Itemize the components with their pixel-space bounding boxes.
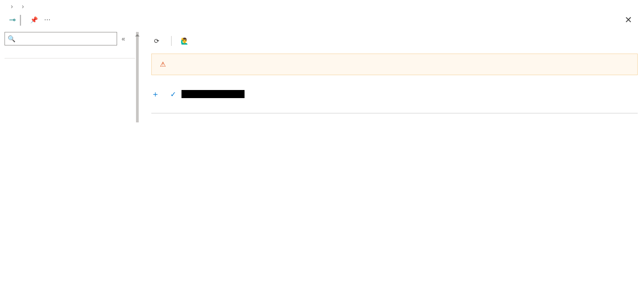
app-icon: ⊸ <box>5 15 19 25</box>
toolbar-separator <box>171 36 172 46</box>
search-icon: 🔍 <box>8 35 15 42</box>
check-icon: ✓ <box>170 90 176 99</box>
sidebar-section-manage <box>5 53 135 58</box>
more-icon[interactable]: ⋯ <box>44 16 50 23</box>
page-header: ⊸ 📌 ⋯ ✕ <box>0 10 644 32</box>
collapse-sidebar-icon[interactable]: « <box>122 35 129 42</box>
feedback-icon: 🙋‍♂️ <box>181 37 188 45</box>
col-desc <box>320 104 440 113</box>
breadcrumb-appreg[interactable] <box>7 3 17 10</box>
permissions-table <box>151 104 638 113</box>
breadcrumb-app[interactable] <box>18 3 28 10</box>
grant-consent-button[interactable]: ✓ <box>170 90 245 99</box>
redacted-tenant <box>181 90 245 98</box>
toolbar: ⟳ 🙋‍♂️ <box>151 33 638 49</box>
sidebar: 🔍 « <box>0 32 135 122</box>
add-permission-button[interactable]: ＋ <box>151 89 162 99</box>
main-content: ⟳ 🙋‍♂️ ⚠ ＋ ✓ <box>140 32 644 122</box>
close-button[interactable]: ✕ <box>620 14 637 25</box>
sidebar-scrollbar[interactable] <box>135 32 140 122</box>
breadcrumb <box>0 0 644 10</box>
pin-icon[interactable]: 📌 <box>30 16 38 23</box>
search-box[interactable]: 🔍 <box>5 32 117 45</box>
page-subtitle <box>19 13 22 27</box>
plus-icon: ＋ <box>151 89 159 99</box>
refresh-button[interactable]: ⟳ <box>151 36 165 46</box>
col-consent <box>440 104 521 113</box>
warning-icon: ⚠ <box>160 60 166 68</box>
warning-banner: ⚠ <box>151 54 638 75</box>
col-api <box>151 104 271 113</box>
refresh-icon: ⟳ <box>154 37 159 45</box>
search-input[interactable] <box>17 35 114 42</box>
feedback-button[interactable]: 🙋‍♂️ <box>178 36 194 46</box>
col-status <box>521 104 638 113</box>
col-type <box>271 104 320 113</box>
